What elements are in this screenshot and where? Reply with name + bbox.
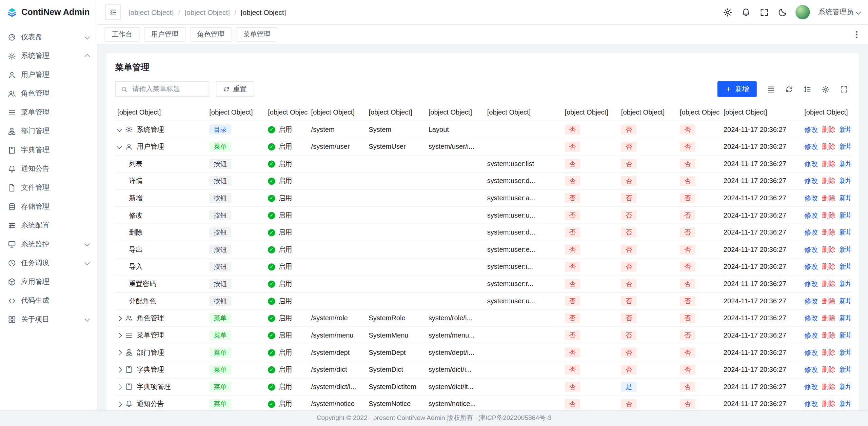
user-menu[interactable]: 系统管理员 [818, 7, 860, 17]
delete-link[interactable]: 删除 [822, 160, 835, 167]
sidebar-item[interactable]: 字典管理 [0, 141, 97, 160]
sidebar-item[interactable]: 存储管理 [0, 197, 97, 216]
table-row: 部门管理 菜单 ✓ 启用 [115, 344, 850, 361]
fullscreen-icon[interactable] [759, 7, 769, 17]
view-tab[interactable]: 菜单管理 [236, 27, 278, 41]
search-input[interactable] [131, 85, 204, 94]
collapse-sidebar-button[interactable] [105, 4, 121, 20]
add-link[interactable]: 新增 [839, 314, 850, 322]
sidebar-item[interactable]: 角色管理 [0, 84, 97, 103]
add-link[interactable]: 新增 [839, 211, 850, 219]
delete-link[interactable]: 删除 [822, 314, 835, 322]
density-icon[interactable] [764, 82, 777, 96]
dark-mode-icon[interactable] [777, 7, 787, 17]
delete-link[interactable]: 删除 [822, 263, 835, 270]
add-link[interactable]: 新增 [839, 125, 850, 133]
add-link[interactable]: 新增 [839, 245, 850, 253]
cell-component-path: system/dept/i... [425, 344, 484, 361]
sidebar-item[interactable]: 应用管理 [0, 272, 97, 291]
expand-toggle-icon[interactable] [117, 316, 122, 321]
add-link[interactable]: 新增 [839, 348, 850, 356]
delete-link[interactable]: 删除 [822, 280, 835, 287]
add-link[interactable]: 新增 [839, 280, 850, 287]
delete-link[interactable]: 删除 [822, 331, 835, 339]
add-link[interactable]: 新增 [839, 142, 850, 150]
delete-link[interactable]: 删除 [822, 177, 835, 185]
delete-link[interactable]: 删除 [822, 400, 835, 408]
expand-toggle-icon[interactable] [117, 126, 122, 131]
delete-link[interactable]: 删除 [822, 383, 835, 390]
edit-link[interactable]: 修改 [804, 194, 818, 202]
delete-link[interactable]: 删除 [822, 228, 835, 236]
edit-link[interactable]: 修改 [804, 245, 818, 253]
delete-link[interactable]: 删除 [822, 211, 835, 219]
add-link[interactable]: 新增 [839, 194, 850, 202]
edit-link[interactable]: 修改 [804, 365, 818, 373]
delete-link[interactable]: 删除 [822, 365, 835, 373]
edit-link[interactable]: 修改 [804, 348, 818, 356]
edit-link[interactable]: 修改 [804, 142, 818, 150]
add-link[interactable]: 新增 [839, 160, 850, 167]
edit-link[interactable]: 修改 [804, 228, 818, 236]
view-tab[interactable]: 角色管理 [190, 27, 232, 41]
add-link[interactable]: 新增 [839, 297, 850, 305]
sidebar-item[interactable]: 系统管理 [0, 46, 97, 65]
refresh-icon[interactable] [782, 82, 795, 96]
sidebar-item[interactable]: 仪表盘 [0, 28, 97, 47]
edit-link[interactable]: 修改 [804, 177, 818, 185]
sidebar-item[interactable]: 部门管理 [0, 122, 97, 141]
column-settings-icon[interactable] [819, 82, 832, 96]
breadcrumb-item[interactable]: [object Object] / [184, 8, 241, 16]
sidebar-item[interactable]: 系统监控 [0, 235, 97, 253]
settings-icon[interactable] [723, 7, 732, 17]
edit-link[interactable]: 修改 [804, 160, 818, 167]
add-link[interactable]: 新增 [839, 228, 850, 236]
sidebar-item[interactable]: 用户管理 [0, 65, 97, 84]
delete-link[interactable]: 删除 [822, 142, 835, 150]
add-link[interactable]: 新增 [839, 365, 850, 373]
expand-toggle-icon[interactable] [117, 401, 122, 407]
add-link[interactable]: 新增 [839, 383, 850, 390]
sidebar-item[interactable]: 系统配置 [0, 216, 97, 235]
expand-toggle-icon[interactable] [117, 350, 122, 355]
edit-link[interactable]: 修改 [804, 400, 818, 408]
edit-link[interactable]: 修改 [804, 211, 818, 219]
sidebar-item[interactable]: 代码生成 [0, 291, 97, 310]
sidebar-item[interactable]: 菜单管理 [0, 103, 97, 122]
expand-toggle-icon[interactable] [117, 332, 122, 338]
tab-more-icon[interactable] [856, 34, 857, 35]
sidebar-item[interactable]: 任务调度 [0, 253, 97, 272]
expand-toggle-icon[interactable] [117, 143, 122, 149]
delete-link[interactable]: 删除 [822, 297, 835, 305]
delete-link[interactable]: 删除 [822, 245, 835, 253]
edit-link[interactable]: 修改 [804, 280, 818, 287]
reset-button[interactable]: 重置 [216, 81, 254, 97]
edit-link[interactable]: 修改 [804, 263, 818, 270]
edit-link[interactable]: 修改 [804, 125, 818, 133]
row-height-icon[interactable] [801, 82, 814, 96]
sidebar-item[interactable]: 文件管理 [0, 178, 97, 197]
add-link[interactable]: 新增 [839, 331, 850, 339]
add-link[interactable]: 新增 [839, 400, 850, 408]
delete-link[interactable]: 删除 [822, 125, 835, 133]
avatar[interactable] [795, 5, 810, 19]
table-fullscreen-icon[interactable] [837, 82, 850, 96]
edit-link[interactable]: 修改 [804, 383, 818, 390]
sidebar-item[interactable]: 关于项目 [0, 310, 97, 329]
expand-toggle-icon[interactable] [117, 384, 122, 389]
add-link[interactable]: 新增 [839, 177, 850, 185]
delete-link[interactable]: 删除 [822, 348, 835, 356]
edit-link[interactable]: 修改 [804, 331, 818, 339]
sidebar-item[interactable]: 通知公告 [0, 159, 97, 178]
add-button[interactable]: 新增 [718, 81, 757, 97]
edit-link[interactable]: 修改 [804, 297, 818, 305]
view-tab[interactable]: 工作台 [105, 27, 140, 41]
breadcrumb-item[interactable]: [object Object] / [129, 8, 185, 16]
edit-link[interactable]: 修改 [804, 314, 818, 322]
delete-link[interactable]: 删除 [822, 194, 835, 202]
add-link[interactable]: 新增 [839, 263, 850, 270]
expand-toggle-icon[interactable] [117, 367, 122, 372]
notification-icon[interactable] [741, 7, 751, 17]
breadcrumb-item[interactable]: [object Object] / [241, 8, 286, 16]
view-tab[interactable]: 用户管理 [144, 27, 185, 41]
